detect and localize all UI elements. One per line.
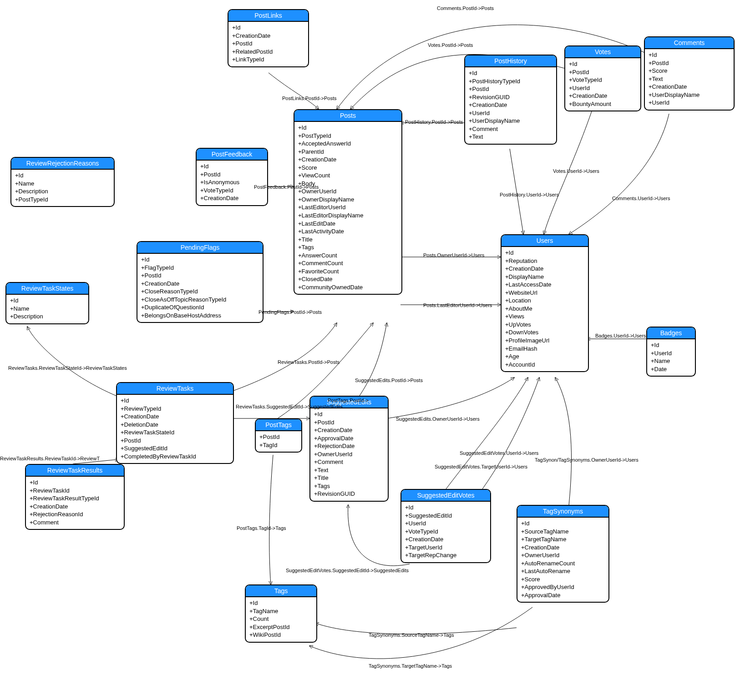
entity-attribute: +Id bbox=[649, 51, 730, 59]
entity-attribute: +Name bbox=[10, 305, 85, 313]
entity-title: SuggestedEditVotes bbox=[401, 490, 490, 502]
entity-attribute: +TagId bbox=[259, 441, 298, 449]
entity-attribute: +UserId bbox=[469, 109, 553, 117]
entity-attribute: +ProfileImageUrl bbox=[505, 337, 584, 345]
entity-attribute: +ReviewTaskResultTypeId bbox=[30, 494, 120, 503]
entity-attribute: +ParentId bbox=[298, 148, 398, 156]
entity-pendingflags: PendingFlags+Id+FlagTypeId+PostId+Creati… bbox=[137, 241, 264, 323]
edge-label: PostFeedback.PostId->Posts bbox=[254, 184, 319, 190]
entity-title: ReviewRejectionReasons bbox=[11, 158, 114, 170]
entity-attribute: +PostId bbox=[121, 437, 229, 445]
entity-attribute: +CloseAsOffTopicReasonTypeId bbox=[141, 296, 259, 304]
entity-attribute: +CreationDate bbox=[232, 32, 304, 40]
diagram-canvas: PostLinks+Id+CreationDate+PostId+Related… bbox=[0, 0, 735, 700]
entity-attribute: +Title bbox=[314, 474, 384, 482]
entity-attribute: +BelongsOnBaseHostAddress bbox=[141, 312, 259, 320]
edge-label: ReviewTasks.PostId->Posts bbox=[278, 359, 340, 365]
entity-attribute: +CommunityOwnedDate bbox=[298, 283, 398, 292]
entity-attribute: +RevisionGUID bbox=[469, 93, 553, 101]
edge-label: PostTags.PostId-> bbox=[328, 398, 369, 403]
entity-attribute: +TargetRepChange bbox=[405, 551, 487, 559]
entity-attribute: +Text bbox=[469, 133, 553, 141]
entity-attribute: +CreationDate bbox=[569, 92, 637, 100]
entity-attribute: +CreationDate bbox=[121, 413, 229, 421]
entity-tags: Tags+Id+TagName+Count+ExcerptPostId+Wiki… bbox=[245, 584, 317, 643]
entity-attribute: +PostId bbox=[232, 40, 304, 48]
entity-body: +Id+ReviewTypeId+CreationDate+DeletionDa… bbox=[117, 395, 233, 463]
entity-attribute: +Tags bbox=[314, 482, 384, 490]
entity-attribute: +OwnerUserId bbox=[314, 450, 384, 458]
entity-title: ReviewTasks bbox=[117, 383, 233, 395]
entity-reviewtaskresults: ReviewTaskResults+Id+ReviewTaskId+Review… bbox=[25, 464, 125, 530]
edge-label: SuggestedEdits.PostId->Posts bbox=[355, 378, 423, 383]
entity-attribute: +Id bbox=[30, 478, 120, 487]
edge-label: PendingFlags.PostId->Posts bbox=[259, 309, 322, 315]
entity-title: Users bbox=[502, 235, 588, 247]
entity-postlinks: PostLinks+Id+CreationDate+PostId+Related… bbox=[228, 9, 309, 67]
entity-postfeedback: PostFeedback+Id+PostId+IsAnonymous+VoteT… bbox=[196, 148, 268, 206]
entity-comments: Comments+Id+PostId+Score+Text+CreationDa… bbox=[644, 36, 735, 111]
entity-attribute: +PostId bbox=[141, 272, 259, 280]
entity-attribute: +UserId bbox=[651, 349, 691, 358]
entity-attribute: +Description bbox=[15, 187, 110, 196]
entity-attribute: +CreationDate bbox=[314, 426, 384, 434]
entity-attribute: +Text bbox=[649, 75, 730, 83]
entity-attribute: +AnswerCount bbox=[298, 252, 398, 260]
entity-attribute: +LastAutoRename bbox=[521, 567, 605, 575]
edge-label: Comments.UserId->Users bbox=[612, 196, 670, 201]
entity-title: PostLinks bbox=[228, 10, 308, 22]
entity-body: +Id+PostId+IsAnonymous+VoteTypeId+Creati… bbox=[197, 161, 267, 205]
entity-attribute: +ReviewTaskId bbox=[30, 487, 120, 495]
entity-body: +Id+PostId+VoteTypeId+UserId+CreationDat… bbox=[565, 58, 640, 111]
entity-attribute: +SuggestedEditId bbox=[121, 444, 229, 453]
entity-attribute: +Id bbox=[232, 24, 304, 32]
entity-body: +Id+TagName+Count+ExcerptPostId+WikiPost… bbox=[246, 597, 316, 642]
entity-title: ReviewTaskStates bbox=[6, 283, 88, 295]
entity-attribute: +CommentCount bbox=[298, 259, 398, 267]
entity-attribute: +UserDisplayName bbox=[649, 91, 730, 99]
entity-attribute: +Id bbox=[141, 256, 259, 264]
entity-attribute: +TargetUserId bbox=[405, 544, 487, 552]
entity-attribute: +Id bbox=[569, 60, 637, 68]
entity-suggestededitvotes: SuggestedEditVotes+Id+SuggestedEditId+Us… bbox=[400, 489, 491, 563]
entity-attribute: +WikiPostId bbox=[249, 631, 313, 639]
entity-body: +Id+Name+Description+PostTypeId bbox=[11, 170, 114, 206]
entity-body: +Id+ReviewTaskId+ReviewTaskResultTypeId+… bbox=[26, 477, 124, 529]
entity-attribute: +CreationDate bbox=[405, 535, 487, 544]
entity-attribute: +FavoriteCount bbox=[298, 267, 398, 276]
entity-attribute: +Id bbox=[651, 341, 691, 349]
entity-attribute: +TagName bbox=[249, 607, 313, 615]
entity-attribute: +CompletedByReviewTaskId bbox=[121, 453, 229, 461]
edge-label: SuggestedEditVotes.TargetUserId->Users bbox=[435, 464, 527, 469]
entity-body: +Id+SourceTagName+TargetTagName+Creation… bbox=[517, 518, 608, 602]
entity-attribute: +TargetTagName bbox=[521, 535, 605, 544]
entity-attribute: +CreationDate bbox=[30, 503, 120, 511]
edge-label: PostHistory.UserId->Users bbox=[500, 192, 559, 197]
entity-title: PostFeedback bbox=[197, 149, 267, 161]
entity-attribute: +PostTypeId bbox=[298, 132, 398, 140]
entity-attribute: +DeletionDate bbox=[121, 421, 229, 429]
entity-body: +Id+CreationDate+PostId+RelatedPostId+Li… bbox=[228, 22, 308, 66]
entity-attribute: +EmailHash bbox=[505, 345, 584, 353]
entity-attribute: +Id bbox=[10, 297, 85, 305]
edge-label: PostHistory.PostId->Posts bbox=[405, 119, 463, 125]
entity-attribute: +DownVotes bbox=[505, 328, 584, 337]
entity-title: Comments bbox=[645, 37, 734, 49]
entity-body: +Id+FlagTypeId+PostId+CreationDate+Close… bbox=[137, 254, 263, 322]
edge-label: Votes.UserId->Users bbox=[553, 168, 599, 174]
edge-label: Posts.LastEditorUserId->Users bbox=[423, 302, 492, 308]
entity-attribute: +Score bbox=[649, 67, 730, 75]
entity-attribute: +PostHistoryTypeId bbox=[469, 77, 553, 86]
entity-attribute: +Date bbox=[651, 365, 691, 373]
entity-title: Badges bbox=[647, 327, 695, 339]
entity-attribute: +Id bbox=[314, 410, 384, 418]
entity-attribute: +RelatedPostId bbox=[232, 48, 304, 56]
entity-attribute: +Id bbox=[405, 504, 487, 512]
entity-reviewtaskstates: ReviewTaskStates+Id+Name+Description bbox=[5, 282, 89, 324]
entity-attribute: +LinkTypeId bbox=[232, 55, 304, 64]
entity-attribute: +ClosedDate bbox=[298, 275, 398, 283]
entity-attribute: +ExcerptPostId bbox=[249, 623, 313, 631]
entity-body: +Id+PostHistoryTypeId+PostId+RevisionGUI… bbox=[465, 67, 556, 144]
entity-attribute: +Comment bbox=[469, 125, 553, 133]
edge-label: Posts.OwnerUserId->Users bbox=[423, 252, 484, 258]
